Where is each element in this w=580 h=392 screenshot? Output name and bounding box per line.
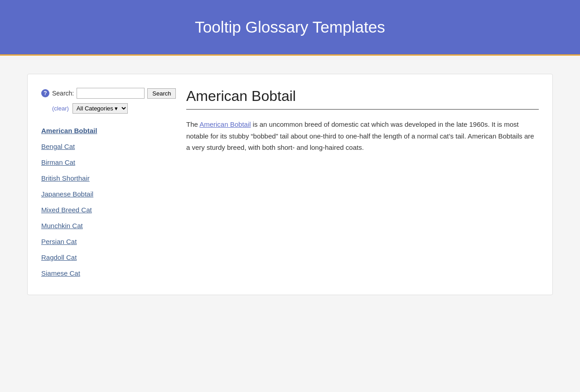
glossary-link-ragdoll-cat[interactable]: Ragdoll Cat bbox=[41, 249, 159, 265]
list-item: Mixed Breed Cat bbox=[41, 202, 159, 218]
glossary-link-birman-cat[interactable]: Birman Cat bbox=[41, 154, 159, 170]
list-item: Persian Cat bbox=[41, 234, 159, 249]
description-prefix: The bbox=[186, 120, 199, 128]
search-input[interactable] bbox=[77, 88, 145, 99]
glossary-link-japanese-bobtail[interactable]: Japanese Bobtail bbox=[41, 186, 159, 202]
glossary-link-mixed-breed-cat[interactable]: Mixed Breed Cat bbox=[41, 202, 159, 218]
clear-filter-link[interactable]: (clear) bbox=[52, 105, 69, 112]
list-item: British Shorthair bbox=[41, 170, 159, 186]
glossary-list: American Bobtail Bengal Cat Birman Cat B… bbox=[41, 123, 159, 281]
glossary-link-persian-cat[interactable]: Persian Cat bbox=[41, 234, 159, 249]
description-link[interactable]: American Bobtail bbox=[199, 120, 251, 128]
glossary-link-munchkin-cat[interactable]: Munchkin Cat bbox=[41, 218, 159, 234]
list-item: Siamese Cat bbox=[41, 265, 159, 281]
search-row: ? Search: Search bbox=[41, 88, 159, 99]
page-header: Tooltip Glossary Templates bbox=[0, 0, 580, 56]
glossary-link-siamese-cat[interactable]: Siamese Cat bbox=[41, 265, 159, 281]
search-label: Search: bbox=[52, 90, 74, 97]
content-box: ? Search: Search (clear) All Categories … bbox=[27, 74, 553, 295]
category-select[interactable]: All Categories ▾ bbox=[72, 103, 128, 114]
detail-description: The American Bobtail is an uncommon bree… bbox=[186, 119, 539, 153]
search-button[interactable]: Search bbox=[147, 88, 176, 99]
sidebar: ? Search: Search (clear) All Categories … bbox=[41, 88, 159, 281]
detail-title: American Bobtail bbox=[186, 88, 539, 110]
glossary-link-british-shorthair[interactable]: British Shorthair bbox=[41, 170, 159, 186]
glossary-link-american-bobtail[interactable]: American Bobtail bbox=[41, 123, 159, 139]
list-item: Bengal Cat bbox=[41, 139, 159, 154]
filter-row: (clear) All Categories ▾ bbox=[41, 103, 159, 114]
list-item: Ragdoll Cat bbox=[41, 249, 159, 265]
list-item: Munchkin Cat bbox=[41, 218, 159, 234]
list-item: Birman Cat bbox=[41, 154, 159, 170]
list-item: Japanese Bobtail bbox=[41, 186, 159, 202]
detail-panel: American Bobtail The American Bobtail is… bbox=[177, 88, 539, 281]
glossary-link-bengal-cat[interactable]: Bengal Cat bbox=[41, 139, 159, 154]
main-wrapper: ? Search: Search (clear) All Categories … bbox=[18, 74, 562, 295]
help-icon[interactable]: ? bbox=[41, 89, 49, 97]
page-title: Tooltip Glossary Templates bbox=[9, 18, 571, 36]
list-item: American Bobtail bbox=[41, 123, 159, 139]
